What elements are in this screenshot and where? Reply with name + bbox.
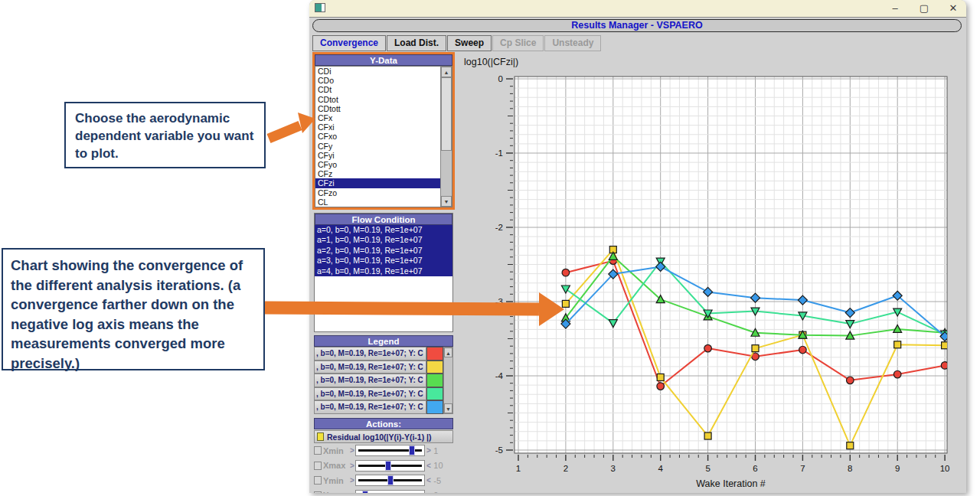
slider-handle[interactable] [385,461,391,471]
legend-entry[interactable]: , b=0, M=0.19, Re=1e+07; Y: C [314,387,443,401]
axis-limit-row: Ymin><-5 [314,473,453,488]
flow-condition-item[interactable]: a=2, b=0, M=0.19, Re=1e+07 [315,246,452,256]
axis-limit-value: 10 [432,461,453,470]
axis-limit-slider[interactable] [355,475,425,486]
maximize-button[interactable]: ▢ [919,1,929,16]
legend-entry-label: , b=0, M=0.19, Re=1e+07; Y: C [314,347,426,361]
comparison-operator: < [425,491,432,493]
ydata-item[interactable]: CFzi [315,178,440,188]
tab-load-dist[interactable]: Load Dist. [387,35,446,51]
svg-text:0: 0 [498,74,503,83]
flow-condition-item[interactable]: a=0, b=0, M=0.19, Re=1e+07 [315,225,452,235]
scroll-down-icon[interactable]: ▼ [441,196,452,207]
svg-text:1: 1 [516,464,521,473]
scroll-down-icon[interactable]: ▼ [444,403,452,413]
axis-limit-checkbox[interactable] [314,491,322,493]
scroll-up-icon[interactable]: ▲ [444,348,452,357]
legend-color-swatch [426,400,443,414]
ydata-item[interactable]: CDo [315,76,440,85]
axis-limit-label: Xmax [323,461,349,470]
minimize-button[interactable]: – [890,1,900,16]
ydata-item[interactable]: CLi [315,207,440,207]
chart-marker [847,377,854,384]
chart-marker [893,370,901,378]
ydata-item[interactable]: CFzo [315,188,440,197]
axis-limit-slider[interactable] [355,460,425,472]
legend-scrollbar[interactable]: ▲ ▼ [443,347,453,414]
residual-label: Residual log10(|Y(i)-Y(i-1) |) [327,432,432,442]
convergence-chart[interactable]: 123456789100-1-2-3-4-5Wake Iteration # [458,52,963,491]
ydata-item[interactable]: CFyo [315,160,440,169]
flow-condition-item[interactable]: a=3, b=0, M=0.19, Re=1e+07 [315,256,452,266]
axis-limit-checkbox[interactable] [314,462,322,470]
ydata-item[interactable]: CDtot [315,95,440,104]
close-button[interactable]: ✕ [948,1,959,16]
ydata-item[interactable]: CDt [315,85,440,94]
ydata-item[interactable]: CDtott [315,104,440,113]
scroll-up-icon[interactable]: ▲ [441,67,452,77]
svg-text:4: 4 [658,464,663,473]
ydata-item[interactable]: CFyi [315,151,440,160]
tab-bar: Convergence Load Dist. Sweep Cp Slice Un… [312,35,602,51]
slider-handle[interactable] [409,445,415,455]
axis-limit-row: Xmax><10 [314,458,453,474]
legend-entry-label: , b=0, M=0.19, Re=1e+07; Y: C [314,361,426,374]
legend-entry[interactable]: , b=0, M=0.19, Re=1e+07; Y: C [314,347,443,361]
chart-marker [562,269,570,276]
svg-text:-2: -2 [495,223,503,232]
flow-condition-list[interactable]: a=0, b=0, M=0.19, Re=1e+07a=1, b=0, M=0.… [315,225,452,276]
slider-handle[interactable] [362,491,368,493]
scrollbar-thumb[interactable] [441,77,452,151]
ydata-scrollbar[interactable]: ▲ ▼ [440,67,452,207]
chart-x-axis-title: Wake Iteration # [696,478,766,489]
legend-header: Legend [314,335,453,347]
svg-text:2: 2 [564,464,568,473]
flow-condition-item[interactable]: a=1, b=0, M=0.19, Re=1e+07 [315,235,452,245]
axis-limit-label: Xmin [323,446,349,455]
axis-limit-slider[interactable] [355,445,425,456]
flow-condition-item[interactable]: a=4, b=0, M=0.19, Re=1e+07 [315,266,452,276]
ydata-item[interactable]: CFy [315,142,440,151]
svg-text:9: 9 [895,464,900,473]
chart-marker [657,374,664,380]
tab-sweep[interactable]: Sweep [447,35,492,51]
ydata-item[interactable]: CFx [315,113,440,122]
actions-panel: Actions: Residual log10(|Y(i)-Y(i-1) |) … [314,418,453,493]
ydata-item[interactable]: CFxi [315,122,440,132]
axis-limit-value: 0 [432,491,453,493]
legend-entry[interactable]: , b=0, M=0.19, Re=1e+07; Y: C [314,400,443,414]
legend-color-swatch [426,361,443,374]
tab-convergence[interactable]: Convergence [312,35,386,51]
ydata-item[interactable]: CFz [315,169,440,178]
axis-limit-checkbox[interactable] [314,476,322,485]
legend-panel: Legend , b=0, M=0.19, Re=1e+07; Y: C, b=… [314,335,453,416]
ydata-header: Y-Data [315,54,452,66]
legend-color-swatch [426,387,443,401]
svg-text:3: 3 [611,464,616,473]
comparison-operator: < [425,462,432,470]
ydata-item[interactable]: CL [315,197,440,207]
slider-handle[interactable] [387,475,394,485]
axis-limit-label: Ymax [323,491,349,493]
svg-text:5: 5 [705,464,710,473]
chart-marker [704,344,712,352]
legend-entry[interactable]: , b=0, M=0.19, Re=1e+07; Y: C [314,374,443,387]
comparison-operator: > [425,446,432,455]
ydata-list[interactable]: CDiCDoCDtCDtotCDtottCFxCFxiCFxoCFyCFyiCF… [315,66,452,207]
titlebar[interactable]: – ▢ ✕ [309,0,966,18]
ydata-item[interactable]: CFxo [315,132,440,141]
comparison-operator: > [349,476,356,485]
chart-marker [704,432,711,439]
legend-entry[interactable]: , b=0, M=0.19, Re=1e+07; Y: C [314,361,443,374]
svg-text:-4: -4 [495,371,504,380]
tab-cp-slice: Cp Slice [492,35,544,51]
axis-limit-checkbox[interactable] [314,446,322,455]
residual-toggle-button[interactable]: Residual log10(|Y(i)-Y(i-1) |) [314,430,453,443]
ydata-item[interactable]: CDi [315,67,440,76]
tab-unsteady: Unsteady [544,35,601,51]
axis-limit-slider[interactable] [355,490,425,493]
legend-color-swatch [426,347,443,361]
legend-color-swatch [426,374,443,387]
ydata-panel: Y-Data CDiCDoCDtCDtotCDtottCFxCFxiCFxoCF… [312,52,455,210]
svg-text:-3: -3 [495,297,503,306]
